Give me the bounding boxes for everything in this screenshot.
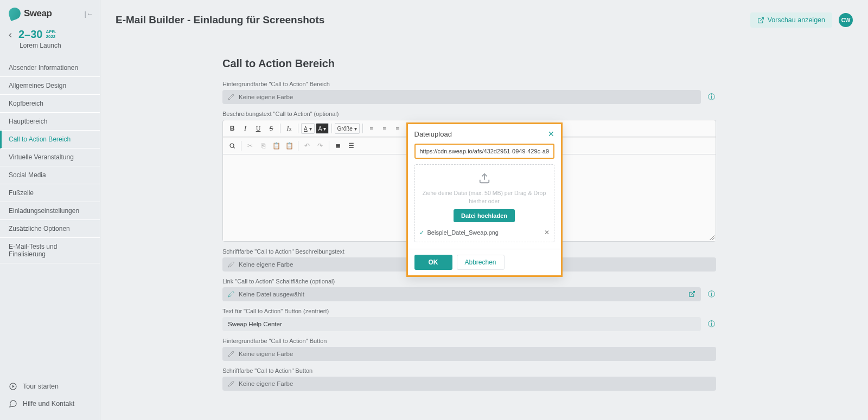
file-upload-dialog: Dateiupload ✕ Ziehe deine Datei (max. 50… [406,122,563,277]
event-year: 2022 [46,35,56,40]
nav-einladung[interactable]: Einladungseinstellungen [0,202,100,220]
event-name: Lorem Launch [20,42,61,49]
help-link[interactable]: Hilfe und Kontakt [0,395,100,412]
upload-icon [419,172,550,186]
dropzone[interactable]: Ziehe deine Datei (max. 50 MB) per Drag … [414,164,554,242]
sidebar: Sweap |← 2–30 APR. 2022 Lorem Launch Abs… [0,0,100,420]
nav-absender[interactable]: Absender Informationen [0,59,100,77]
nav-design[interactable]: Allgemeines Design [0,77,100,95]
dropzone-text: Ziehe deine Datei (max. 50 MB) per Drag … [419,189,550,205]
play-icon [9,382,17,391]
tour-label: Tour starten [23,383,59,390]
sidebar-nav: Absender Informationen Allgemeines Desig… [0,55,100,378]
nav-virtuelle[interactable]: Virtuelle Veranstaltung [0,148,100,166]
nav-tests[interactable]: E-Mail-Tests und Finalisierung [0,238,100,263]
chat-icon [9,399,17,408]
dialog-title: Dateiupload [414,130,452,138]
nav-hauptbereich[interactable]: Hauptbereich [0,113,100,131]
nav-fusszeile[interactable]: Fußzeile [0,184,100,202]
remove-file-button[interactable]: ✕ [544,229,550,236]
ok-button[interactable]: OK [414,255,452,270]
nav-social[interactable]: Social Media [0,166,100,184]
nav-cta[interactable]: Call to Action Bereich [0,131,100,148]
back-button[interactable] [7,31,14,41]
event-date-range: 2–30 [18,28,43,41]
logo[interactable]: Sweap [9,8,52,20]
sidebar-footer: Tour starten Hilfe und Kontakt [0,378,100,420]
nav-kopfbereich[interactable]: Kopfbereich [0,95,100,113]
tour-link[interactable]: Tour starten [0,378,100,395]
logo-bar: Sweap |← [0,0,100,25]
dialog-close-button[interactable]: ✕ [548,130,554,138]
check-icon: ✓ [419,229,424,236]
event-header: 2–30 APR. 2022 Lorem Launch [0,25,100,55]
help-label: Hilfe und Kontakt [23,400,74,408]
sidebar-collapse-icon[interactable]: |← [85,10,93,18]
uploaded-file-name: Beispiel_Datei_Sweap.png [427,229,499,236]
cancel-button[interactable]: Abbrechen [457,255,505,270]
upload-button[interactable]: Datei hochladen [454,209,515,222]
brand-name: Sweap [24,8,52,19]
logo-icon [7,6,22,21]
url-input[interactable] [414,144,554,159]
main: E-Mail Builder - Einladung für Screensho… [100,0,868,420]
svg-marker-1 [12,385,15,387]
nav-optionen[interactable]: Zusätzliche Optionen [0,220,100,238]
